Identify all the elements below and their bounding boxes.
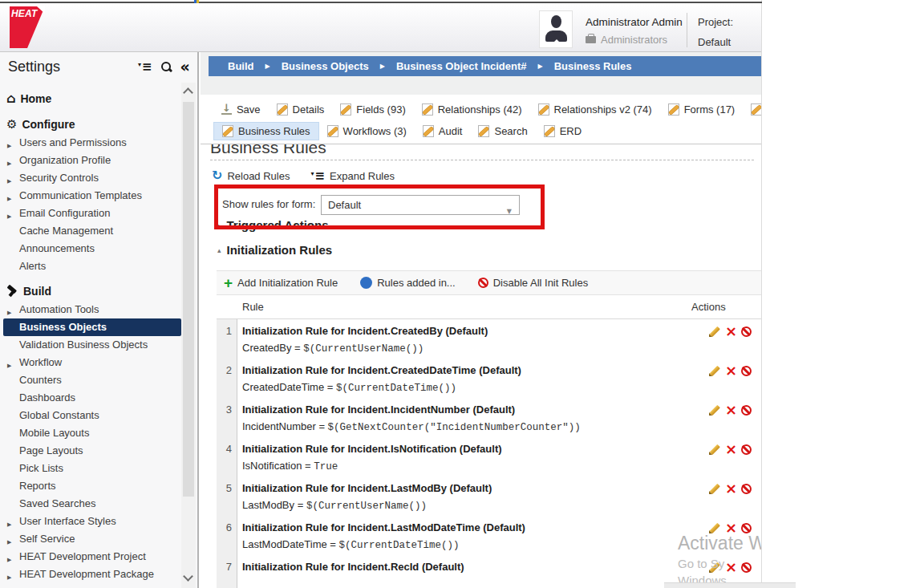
sidebar-item-global-constants[interactable]: Global Constants bbox=[0, 407, 181, 424]
collapse-sidebar-icon[interactable]: « bbox=[180, 61, 190, 73]
tab-fields[interactable]: Fields (93) bbox=[332, 101, 413, 118]
disable-icon[interactable] bbox=[741, 405, 752, 416]
tab-search[interactable]: Search bbox=[470, 123, 535, 140]
project-label: Project: bbox=[698, 16, 733, 28]
disable-icon[interactable] bbox=[741, 562, 752, 573]
tab-workflows[interactable]: Workflows (3) bbox=[319, 123, 415, 140]
form-filter-value: Default bbox=[328, 199, 361, 211]
form-filter-dropdown[interactable]: Default ▼ bbox=[321, 195, 520, 215]
sidebar-item-self-service[interactable]: Self Service bbox=[0, 530, 181, 548]
delete-icon[interactable]: × bbox=[725, 562, 737, 573]
sidebar-item-home[interactable]: ⌂Home bbox=[0, 89, 181, 108]
edit-icon[interactable] bbox=[708, 482, 721, 495]
disable-icon[interactable] bbox=[741, 444, 752, 455]
sidebar-item-email-configuration[interactable]: Email Configuration bbox=[0, 205, 181, 222]
tab-save[interactable]: ↓Save bbox=[213, 101, 269, 118]
sidebar-item-page-layouts[interactable]: Page Layouts bbox=[0, 442, 181, 460]
tab-details[interactable]: Details bbox=[269, 101, 333, 118]
sidebar-item-security-controls[interactable]: Security Controls bbox=[0, 169, 181, 187]
expand-rules-button[interactable]: Expand Rules bbox=[310, 168, 395, 183]
delete-icon[interactable]: × bbox=[725, 365, 737, 376]
disable-icon bbox=[478, 278, 488, 288]
table-row: 3 Initialization Rule for Incident.Incid… bbox=[217, 398, 762, 437]
sidebar-nav: ⌂Home ⚙Configure Users and Permissions O… bbox=[0, 83, 181, 588]
sidebar-item-automation-tools[interactable]: Automation Tools bbox=[0, 301, 181, 318]
sidebar-item-users-and-permissions[interactable]: Users and Permissions bbox=[0, 134, 181, 152]
section-triggered-actions[interactable]: ▸Triggered Actions bbox=[217, 218, 329, 232]
tab-erd[interactable]: ERD bbox=[536, 123, 590, 140]
home-icon: ⌂ bbox=[6, 93, 15, 104]
sidebar-item-pick-lists[interactable]: Pick Lists bbox=[0, 460, 181, 477]
disable-icon[interactable] bbox=[741, 484, 752, 494]
scroll-down-icon[interactable] bbox=[183, 571, 193, 582]
search-icon[interactable] bbox=[160, 61, 172, 73]
sidebar-item-communication-templates[interactable]: Communication Templates bbox=[0, 187, 181, 205]
sidebar-item-workflow[interactable]: Workflow bbox=[0, 354, 181, 371]
tab-audit[interactable]: Audit bbox=[415, 123, 471, 140]
tab-relationships[interactable]: Relationships (42) bbox=[414, 101, 530, 118]
add-init-rule-button[interactable]: +Add Initialization Rule bbox=[224, 277, 338, 289]
user-role: Administrators bbox=[586, 34, 667, 46]
edit-icon[interactable] bbox=[708, 325, 721, 338]
disable-icon[interactable] bbox=[741, 523, 752, 533]
tab-business-rules[interactable]: Business Rules bbox=[213, 122, 319, 140]
refresh-icon: ↻ bbox=[212, 170, 222, 181]
breadcrumb-item[interactable]: Business Objects bbox=[282, 60, 396, 72]
delete-icon[interactable]: × bbox=[725, 483, 737, 494]
scroll-up-icon[interactable] bbox=[183, 87, 193, 98]
section-initialization-rules[interactable]: ▴Initialization Rules bbox=[217, 243, 332, 257]
sidebar-item-user-interface-styles[interactable]: User Interface Styles bbox=[0, 513, 181, 530]
disable-icon[interactable] bbox=[741, 366, 752, 376]
horizontal-scrollbar-thumb[interactable] bbox=[664, 582, 796, 588]
sidebar-item-validation-business-objects[interactable]: Validation Business Objects bbox=[0, 336, 181, 354]
sidebar-item-organization-profile[interactable]: Organization Profile bbox=[0, 152, 181, 169]
init-rules-toolbar: +Add Initialization Rule Rules added in.… bbox=[217, 270, 762, 295]
reload-rules-button[interactable]: ↻Reload Rules bbox=[212, 170, 290, 182]
sidebar-item-saved-searches[interactable]: Saved Searches bbox=[0, 495, 181, 513]
rule-expression: LastModDateTime = $(CurrentDateTime()) bbox=[242, 538, 460, 551]
breadcrumb-item[interactable]: Business Object Incident# bbox=[396, 60, 554, 72]
breadcrumb-item[interactable]: Build bbox=[228, 60, 282, 72]
object-tabbar: ↓Save Details Fields (93) Relationships … bbox=[201, 95, 762, 144]
person-icon bbox=[545, 30, 567, 42]
tree-filter-icon[interactable] bbox=[138, 59, 152, 74]
sidebar-item-reports[interactable]: Reports bbox=[0, 477, 181, 495]
sidebar-item-counters[interactable]: Counters bbox=[0, 371, 181, 389]
sidebar-item-dashboards[interactable]: Dashboards bbox=[0, 389, 181, 407]
user-name[interactable]: Administrator Admin bbox=[586, 16, 683, 28]
disable-all-init-rules-button[interactable]: Disable All Init Rules bbox=[478, 277, 589, 289]
init-rules-panel: +Add Initialization Rule Rules added in.… bbox=[217, 270, 762, 588]
edit-icon[interactable] bbox=[708, 521, 721, 534]
disable-icon[interactable] bbox=[741, 326, 752, 337]
sidebar-item-build[interactable]: Build bbox=[0, 282, 181, 301]
sidebar-item-heat-development-package[interactable]: HEAT Development Package bbox=[0, 566, 181, 583]
edit-icon[interactable] bbox=[708, 403, 721, 416]
project-value[interactable]: Default bbox=[698, 36, 731, 48]
sidebar-item-announcements[interactable]: Announcements bbox=[0, 240, 181, 258]
rule-title: Initialization Rule for Incident.LastMod… bbox=[242, 521, 525, 533]
tab-relationships-v2[interactable]: Relationships v2 (74) bbox=[530, 101, 660, 118]
sidebar-item-business-objects[interactable]: Business Objects bbox=[3, 318, 181, 336]
delete-icon[interactable]: × bbox=[725, 326, 737, 337]
top-edge-artifact bbox=[197, 0, 199, 3]
sidebar-item-mobile-layouts[interactable]: Mobile Layouts bbox=[0, 424, 181, 442]
avatar[interactable] bbox=[539, 10, 573, 48]
sidebar-item-alerts[interactable]: Alerts bbox=[0, 258, 181, 275]
sidebar-scrollbar[interactable] bbox=[181, 83, 196, 588]
edit-icon[interactable] bbox=[708, 364, 721, 377]
scrollbar-thumb[interactable] bbox=[183, 102, 194, 497]
delete-icon[interactable]: × bbox=[725, 444, 737, 455]
sidebar-item-cache-management[interactable]: Cache Management bbox=[0, 222, 181, 240]
pencil-icon bbox=[340, 103, 351, 116]
edit-icon[interactable] bbox=[708, 561, 721, 574]
edit-icon[interactable] bbox=[708, 443, 721, 456]
delete-icon[interactable]: × bbox=[725, 522, 737, 533]
sidebar-item-configure[interactable]: ⚙Configure bbox=[0, 115, 181, 134]
tab-forms[interactable]: Forms (17) bbox=[660, 101, 744, 118]
rules-added-info-button[interactable]: Rules added in... bbox=[360, 277, 456, 289]
sidebar-item-heat-development-project[interactable]: HEAT Development Project bbox=[0, 548, 181, 566]
rule-title: Initialization Rule for Incident.RecId (… bbox=[242, 561, 464, 573]
tab-clipped[interactable]: C bbox=[743, 101, 762, 118]
breadcrumb-item[interactable]: Business Rules bbox=[554, 60, 632, 72]
delete-icon[interactable]: × bbox=[725, 404, 737, 416]
